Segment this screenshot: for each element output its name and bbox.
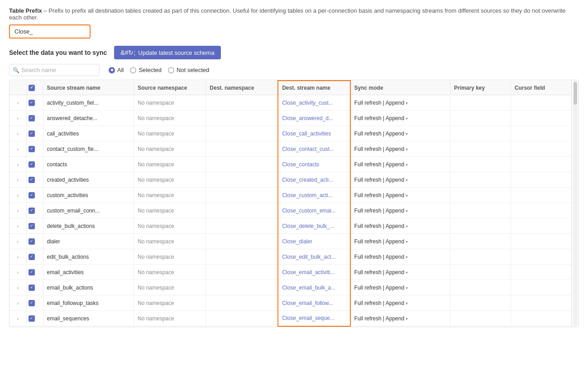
cursor-field-cell (511, 111, 571, 126)
scrollbar-thumb[interactable] (574, 82, 577, 105)
row-checkbox[interactable] (29, 300, 35, 306)
source-ns-cell: No namespace (134, 157, 206, 172)
row-checkbox[interactable] (29, 238, 35, 245)
expand-arrow[interactable]: › (17, 254, 19, 260)
th-source-stream: Source stream name (43, 81, 134, 95)
sync-mode-dropdown[interactable]: ▾ (406, 285, 408, 290)
sync-mode-dropdown[interactable]: ▾ (406, 131, 408, 136)
sync-mode-dropdown[interactable]: ▾ (406, 162, 408, 167)
scrollbar[interactable] (571, 80, 578, 327)
expand-arrow[interactable]: › (17, 177, 19, 183)
sync-mode-dropdown[interactable]: ▾ (406, 270, 408, 275)
expand-arrow[interactable]: › (17, 146, 19, 152)
sync-mode-dropdown[interactable]: ▾ (406, 116, 408, 121)
filter-not-selected[interactable]: Not selected (168, 67, 209, 73)
row-checkbox[interactable] (29, 254, 35, 260)
expand-cell: › (10, 126, 26, 141)
sync-mode-cell: Full refresh | Append ▾ (350, 249, 450, 265)
primary-key-cell (450, 188, 511, 203)
sync-mode-text: Full refresh | Append (354, 285, 405, 291)
sync-mode-dropdown[interactable]: ▾ (406, 178, 408, 183)
streams-table: Source stream name Source namespace Dest… (9, 80, 579, 327)
prefix-input[interactable] (9, 24, 91, 39)
expand-arrow[interactable]: › (17, 316, 19, 321)
dest-stream-cell: Close_answered_d... (278, 111, 350, 126)
source-ns-cell: No namespace (134, 95, 206, 111)
row-checkbox[interactable] (29, 223, 35, 229)
source-ns-cell: No namespace (134, 188, 206, 203)
expand-arrow[interactable]: › (17, 270, 19, 275)
expand-arrow[interactable]: › (17, 239, 19, 244)
primary-key-cell (450, 280, 511, 295)
expand-cell: › (10, 157, 26, 172)
dest-ns-cell (206, 95, 278, 111)
filter-selected[interactable]: Selected (130, 67, 162, 73)
primary-key-cell (450, 311, 511, 326)
dest-ns-cell (206, 157, 278, 172)
row-checkbox[interactable] (29, 100, 35, 106)
expand-arrow[interactable]: › (17, 223, 19, 229)
checkbox-cell (26, 249, 43, 265)
dest-ns-cell (206, 311, 278, 326)
checkbox-cell (26, 95, 43, 111)
primary-key-cell (450, 203, 511, 218)
row-checkbox[interactable] (29, 177, 35, 183)
dest-stream-cell: Close_custom_acti... (278, 188, 350, 203)
sync-mode-dropdown[interactable]: ▾ (406, 255, 408, 260)
sync-mode-cell: Full refresh | Append ▾ (350, 265, 450, 280)
sync-mode-cell: Full refresh | Append ▾ (350, 157, 450, 172)
row-checkbox[interactable] (29, 146, 35, 152)
expand-cell: › (10, 188, 26, 203)
expand-arrow[interactable]: › (17, 300, 19, 306)
source-stream-cell: delete_bulk_actions (43, 218, 134, 234)
sync-header: Select the data you want to sync &#↻; Up… (9, 46, 579, 59)
row-checkbox[interactable] (29, 285, 35, 291)
sync-mode-dropdown[interactable]: ▾ (406, 101, 408, 106)
sync-mode-dropdown[interactable]: ▾ (406, 224, 408, 229)
source-stream-cell: email_activities (43, 265, 134, 280)
table-row: › created_activities No namespace Close_… (10, 172, 571, 188)
expand-arrow[interactable]: › (17, 193, 19, 198)
expand-arrow[interactable]: › (17, 131, 19, 136)
expand-arrow[interactable]: › (17, 208, 19, 213)
radio-all-circle (109, 67, 115, 73)
sync-mode-dropdown[interactable]: ▾ (406, 301, 408, 306)
source-ns-cell: No namespace (134, 111, 206, 126)
sync-mode-dropdown[interactable]: ▾ (406, 316, 408, 321)
sync-mode-dropdown[interactable]: ▾ (406, 239, 408, 244)
cursor-field-cell (511, 95, 571, 111)
expand-arrow[interactable]: › (17, 100, 19, 106)
source-stream-cell: email_bulk_actions (43, 280, 134, 295)
update-schema-button[interactable]: &#↻; Update latest source schema (114, 46, 220, 59)
checkbox-cell (26, 203, 43, 218)
source-stream-cell: custom_activities (43, 188, 134, 203)
row-checkbox[interactable] (29, 115, 35, 121)
table-row: › custom_activities No namespace Close_c… (10, 188, 571, 203)
refresh-icon: &#↻; (120, 49, 135, 56)
row-checkbox[interactable] (29, 208, 35, 214)
sync-mode-dropdown[interactable]: ▾ (406, 147, 408, 152)
expand-arrow[interactable]: › (17, 162, 19, 167)
table-row: › call_activities No namespace Close_cal… (10, 126, 571, 141)
sync-mode-dropdown[interactable]: ▾ (406, 193, 408, 198)
expand-arrow[interactable]: › (17, 116, 19, 121)
dest-ns-cell (206, 280, 278, 295)
sync-mode-dropdown[interactable]: ▾ (406, 208, 408, 213)
cursor-field-cell (511, 265, 571, 280)
sync-mode-cell: Full refresh | Append ▾ (350, 295, 450, 311)
dest-stream-cell: Close_email_activiti... (278, 265, 350, 280)
expand-arrow[interactable]: › (17, 285, 19, 290)
row-checkbox[interactable] (29, 130, 35, 137)
sync-mode-text: Full refresh | Append (354, 223, 405, 229)
filter-all[interactable]: All (109, 67, 124, 73)
sync-mode-text: Full refresh | Append (354, 146, 405, 152)
search-input[interactable] (9, 64, 100, 76)
expand-cell: › (10, 172, 26, 188)
row-checkbox[interactable] (29, 269, 35, 276)
row-checkbox[interactable] (29, 161, 35, 168)
row-checkbox[interactable] (29, 192, 35, 198)
select-all-checkbox[interactable] (29, 85, 35, 91)
row-checkbox[interactable] (29, 315, 35, 322)
source-stream-cell: contact_custom_fie... (43, 141, 134, 157)
source-stream-cell: call_activities (43, 126, 134, 141)
